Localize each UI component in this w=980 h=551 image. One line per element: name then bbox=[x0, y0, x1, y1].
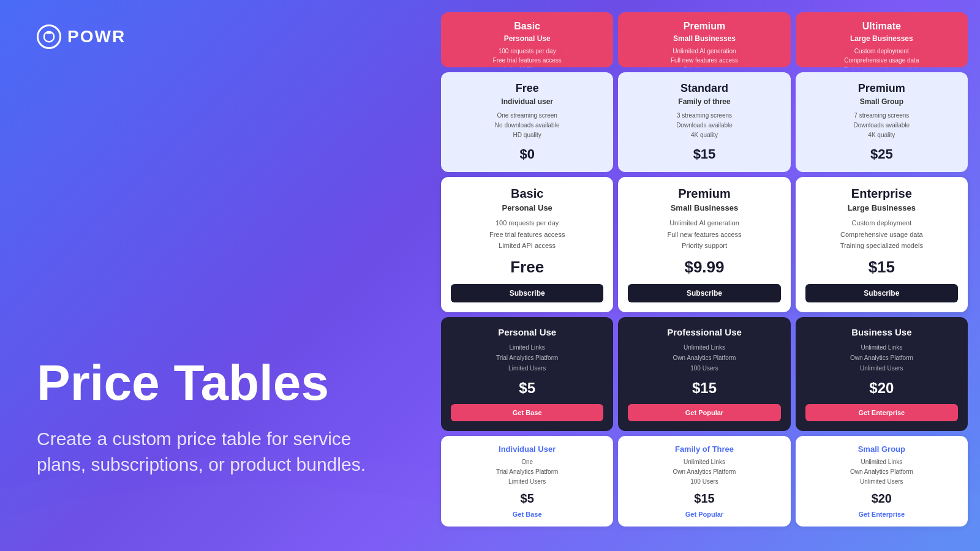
plan-name-premium-light: Premium bbox=[805, 82, 958, 95]
card-standard-light: Standard Family of three 3 streaming scr… bbox=[618, 72, 790, 172]
card-personal-dark: Personal Use Limited LinksTrial Analytic… bbox=[441, 317, 613, 431]
row-1-pink: Basic Personal Use 100 requests per dayF… bbox=[441, 12, 968, 67]
plan-name-business-dark: Business Use bbox=[805, 327, 958, 337]
plan-name-ultimate-pink: Ultimate bbox=[804, 21, 959, 32]
plan-name-standard: Standard bbox=[628, 82, 780, 95]
plan-type-premium-white: Small Businesses bbox=[628, 203, 780, 212]
plan-price-professional-dark: $15 bbox=[628, 380, 780, 397]
plan-name-basic-pink: Basic bbox=[450, 21, 605, 32]
plan-price-individual-bottom: $5 bbox=[450, 492, 605, 506]
plan-features-free: One streaming screenNo downloads availab… bbox=[451, 111, 603, 140]
plan-price-personal-dark: $5 bbox=[451, 380, 603, 397]
plan-type-free: Individual user bbox=[451, 97, 603, 106]
card-professional-dark: Professional Use Unlimited LinksOwn Anal… bbox=[618, 317, 790, 431]
row-5-bottom: Individual User OneTrial Analytics Platf… bbox=[441, 436, 968, 527]
page-title: Price Tables bbox=[37, 358, 453, 408]
card-premium-pink: Premium Small Businesses Unlimited AI ge… bbox=[618, 12, 790, 67]
subscribe-basic-button[interactable]: Subscribe bbox=[451, 284, 603, 302]
hero-content: Price Tables Create a custom price table… bbox=[37, 358, 453, 527]
plan-cta-smallgroup-bottom: Get Enterprise bbox=[804, 511, 959, 518]
plan-price-free: $0 bbox=[451, 146, 603, 162]
plan-name-basic-white: Basic bbox=[451, 187, 603, 201]
plan-name-enterprise-white: Enterprise bbox=[805, 187, 958, 201]
card-family-bottom: Family of Three Unlimited LinksOwn Analy… bbox=[618, 436, 790, 527]
plan-price-premium-white: $9.99 bbox=[628, 258, 780, 277]
get-popular-button[interactable]: Get Popular bbox=[628, 404, 780, 421]
card-basic-pink: Basic Personal Use 100 requests per dayF… bbox=[441, 12, 613, 67]
card-smallgroup-bottom: Small Group Unlimited LinksOwn Analytics… bbox=[796, 436, 968, 527]
right-panel: Basic Personal Use 100 requests per dayF… bbox=[429, 0, 980, 551]
plan-price-enterprise-white: $15 bbox=[805, 258, 958, 277]
card-premium-light: Premium Small Group 7 streaming screensD… bbox=[796, 72, 968, 172]
plan-price-smallgroup-bottom: $20 bbox=[804, 492, 959, 506]
card-premium-white: Premium Small Businesses Unlimited AI ge… bbox=[618, 177, 790, 312]
plan-features-professional-dark: Unlimited LinksOwn Analytics Platform100… bbox=[628, 342, 780, 373]
row-2-light: Free Individual user One streaming scree… bbox=[441, 72, 968, 172]
row-4-dark: Personal Use Limited LinksTrial Analytic… bbox=[441, 317, 968, 431]
plan-features-family-bottom: Unlimited LinksOwn Analytics Platform100… bbox=[627, 457, 782, 487]
plan-type-premium-light: Small Group bbox=[805, 97, 958, 106]
plan-features-smallgroup-bottom: Unlimited LinksOwn Analytics PlatformUnl… bbox=[804, 457, 959, 487]
plan-type-basic-pink: Personal Use bbox=[450, 34, 605, 43]
get-enterprise-button[interactable]: Get Enterprise bbox=[805, 404, 958, 421]
plan-name-premium-pink: Premium bbox=[627, 21, 782, 32]
plan-features-premium-pink: Unlimited AI generationFull new features… bbox=[627, 47, 782, 67]
plan-features-premium-white: Unlimited AI generationFull new features… bbox=[628, 217, 780, 252]
card-basic-white: Basic Personal Use 100 requests per dayF… bbox=[441, 177, 613, 312]
plan-price-business-dark: $20 bbox=[805, 380, 958, 397]
plan-cta-individual-bottom: Get Base bbox=[450, 511, 605, 518]
plan-name-premium-white: Premium bbox=[628, 187, 780, 201]
plan-features-individual-bottom: OneTrial Analytics PlatformLimited Users bbox=[450, 457, 605, 487]
plan-features-ultimate-pink: Custom deploymentComprehensive usage dat… bbox=[804, 47, 959, 67]
plan-type-enterprise-white: Large Businesses bbox=[805, 203, 958, 212]
plan-features-business-dark: Unlimited LinksOwn Analytics PlatformUnl… bbox=[805, 342, 958, 373]
plan-type-basic-white: Personal Use bbox=[451, 203, 603, 212]
plan-type-ultimate-pink: Large Businesses bbox=[804, 34, 959, 43]
plan-price-basic-white: Free bbox=[451, 258, 603, 277]
subscribe-enterprise-button[interactable]: Subscribe bbox=[805, 284, 958, 302]
logo-icon bbox=[37, 24, 61, 49]
card-individual-bottom: Individual User OneTrial Analytics Platf… bbox=[441, 436, 613, 527]
plan-features-premium-light: 7 streaming screensDownloads available4K… bbox=[805, 111, 958, 140]
plan-price-standard: $15 bbox=[628, 146, 780, 162]
hero-description: Create a custom price table for service … bbox=[37, 426, 392, 478]
plan-cta-family-bottom: Get Popular bbox=[627, 511, 782, 518]
row-3-white: Basic Personal Use 100 requests per dayF… bbox=[441, 177, 968, 312]
plan-name-personal-dark: Personal Use bbox=[451, 327, 603, 337]
tables-container: Basic Personal Use 100 requests per dayF… bbox=[441, 12, 968, 527]
card-ultimate-pink: Ultimate Large Businesses Custom deploym… bbox=[796, 12, 968, 67]
get-base-button[interactable]: Get Base bbox=[451, 404, 603, 421]
plan-price-family-bottom: $15 bbox=[627, 492, 782, 506]
plan-name-professional-dark: Professional Use bbox=[628, 327, 780, 337]
card-business-dark: Business Use Unlimited LinksOwn Analytic… bbox=[796, 317, 968, 431]
plan-type-standard: Family of three bbox=[628, 97, 780, 106]
plan-features-basic-white: 100 requests per dayFree trial features … bbox=[451, 217, 603, 252]
plan-name-smallgroup-bottom: Small Group bbox=[804, 444, 959, 454]
plan-name-free: Free bbox=[451, 82, 603, 95]
subscribe-premium-button[interactable]: Subscribe bbox=[628, 284, 780, 302]
logo-text: POWR bbox=[67, 27, 126, 47]
left-panel: POWR Price Tables Create a custom price … bbox=[0, 0, 490, 551]
plan-features-standard: 3 streaming screensDownloads available4K… bbox=[628, 111, 780, 140]
plan-features-enterprise-white: Custom deploymentComprehensive usage dat… bbox=[805, 217, 958, 252]
plan-features-personal-dark: Limited LinksTrial Analytics PlatformLim… bbox=[451, 342, 603, 373]
card-free-light: Free Individual user One streaming scree… bbox=[441, 72, 613, 172]
plan-features-basic-pink: 100 requests per dayFree trial features … bbox=[450, 47, 605, 67]
logo: POWR bbox=[37, 24, 453, 49]
plan-name-individual-bottom: Individual User bbox=[450, 444, 605, 454]
plan-price-premium-light: $25 bbox=[805, 146, 958, 162]
plan-name-family-bottom: Family of Three bbox=[627, 444, 782, 454]
plan-type-premium-pink: Small Businesses bbox=[627, 34, 782, 43]
card-enterprise-white: Enterprise Large Businesses Custom deplo… bbox=[796, 177, 968, 312]
